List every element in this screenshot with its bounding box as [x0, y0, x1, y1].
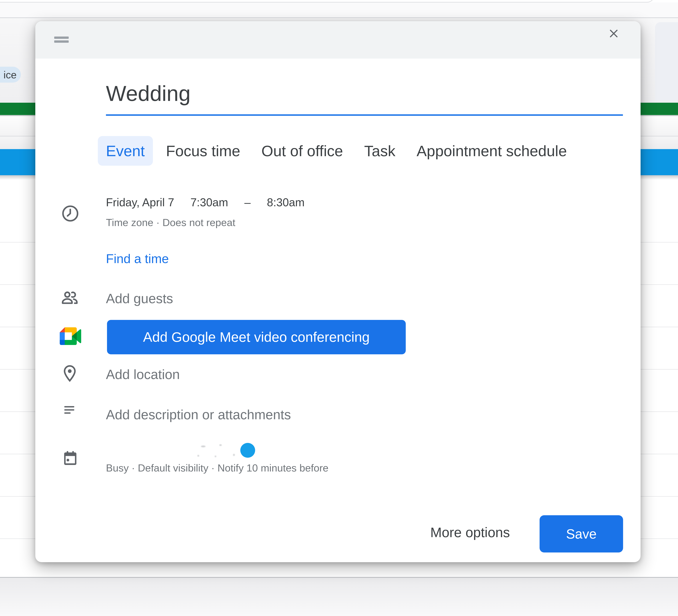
event-type-tabs: Event Focus time Out of office Task Appo… [106, 136, 567, 166]
add-google-meet-button[interactable]: Add Google Meet video conferencing [107, 320, 406, 354]
location-icon [60, 364, 79, 383]
busy-visibility-meta[interactable]: Busy · Default visibility · Notify 10 mi… [106, 462, 328, 474]
title-input[interactable]: Wedding [106, 81, 623, 115]
guests-icon [60, 288, 79, 307]
clock-icon [61, 204, 80, 223]
dialog-header[interactable] [35, 21, 641, 58]
datetime-row[interactable]: Friday, April 7 7:30am – 8:30am [106, 196, 305, 209]
start-time-value[interactable]: 7:30am [190, 196, 228, 209]
tab-event[interactable]: Event [98, 136, 153, 166]
calendar-icon [61, 448, 79, 468]
google-meet-icon [60, 327, 81, 345]
drag-handle-icon[interactable] [54, 37, 69, 43]
title-underline [106, 114, 623, 116]
background-band [0, 2, 678, 17]
background-card-edge [0, 0, 654, 2]
calendar-color-dot[interactable] [240, 443, 255, 458]
background-band [0, 578, 678, 616]
out-of-office-chip-label: ice [3, 69, 16, 81]
out-of-office-chip[interactable]: ice [0, 67, 21, 83]
end-time-value[interactable]: 8:30am [267, 196, 305, 209]
tab-appointment-schedule[interactable]: Appointment schedule [416, 142, 567, 160]
tab-out-of-office[interactable]: Out of office [261, 142, 343, 160]
more-options-button[interactable]: More options [430, 524, 510, 540]
find-a-time-link[interactable]: Find a time [106, 251, 169, 266]
tab-task[interactable]: Task [364, 142, 396, 160]
tab-focus-time[interactable]: Focus time [166, 142, 240, 160]
timezone-repeat-meta[interactable]: Time zone · Does not repeat [106, 216, 235, 228]
time-range-dash: – [244, 196, 251, 209]
screen: ice Wedding Event Focus time Out of offi… [0, 0, 678, 616]
background-side-panel [655, 22, 678, 100]
add-location-input[interactable]: Add location [106, 367, 180, 382]
date-value[interactable]: Friday, April 7 [106, 196, 174, 209]
add-description-input[interactable]: Add description or attachments [106, 407, 291, 422]
description-icon [62, 402, 78, 418]
add-guests-input[interactable]: Add guests [106, 291, 173, 306]
close-icon[interactable] [607, 27, 620, 40]
save-button[interactable]: Save [539, 515, 623, 552]
event-create-dialog: Wedding Event Focus time Out of office T… [35, 21, 641, 562]
